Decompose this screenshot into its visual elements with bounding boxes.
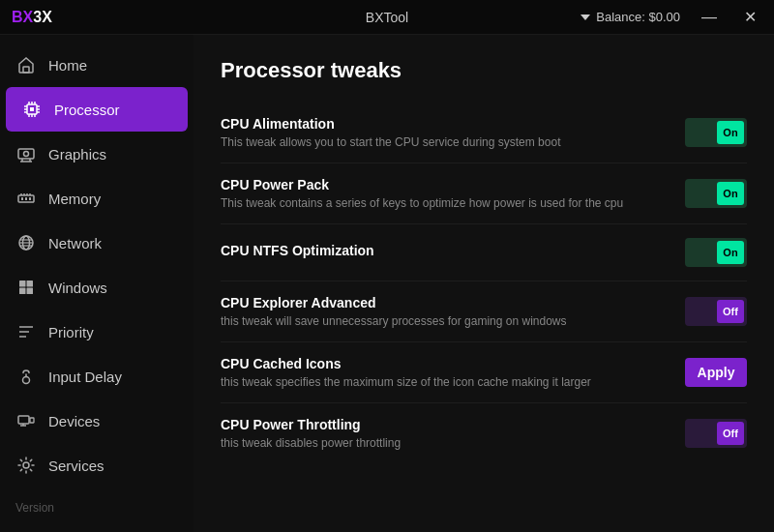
version-label: Version [15,501,54,515]
sidebar-label-priority: Priority [48,324,94,340]
toggle-knob-cpu-ntfs-optimization: On [717,241,744,264]
toggle-cpu-ntfs-optimization[interactable]: On [685,238,747,267]
devices-icon [15,410,37,431]
sidebar-label-processor: Processor [54,102,120,118]
toggle-cpu-power-pack[interactable]: On [685,179,747,208]
windows-icon [15,277,37,298]
tweak-control-cpu-power-throttling: Off [685,419,747,448]
balance-area: Balance: $0.00 [580,10,680,24]
svg-rect-15 [18,149,34,159]
toggle-knob-cpu-power-pack: On [717,182,744,205]
svg-rect-35 [19,288,26,295]
tweak-desc-cpu-power-throttling: this tweak disables power throttling [221,436,666,450]
close-button[interactable]: ✕ [738,6,762,28]
tweak-control-cpu-power-pack: On [685,179,747,208]
sidebar-item-devices[interactable]: Devices [0,399,194,443]
sidebar-item-input-delay[interactable]: Input Delay [0,354,194,399]
memory-icon [15,188,37,209]
sidebar-label-services: Services [48,458,104,474]
title-bar: BX3X BXTool Balance: $0.00 — ✕ [0,0,774,35]
tweak-row-cpu-power-throttling: CPU Power Throttlingthis tweak disables … [221,403,747,463]
tweak-control-cpu-explorer-advanced: Off [685,297,747,326]
main-layout: Home [0,35,774,532]
toggle-knob-cpu-alimentation: On [717,121,744,144]
toggle-knob-cpu-power-throttling: Off [717,422,744,445]
app-logo: BX3X [12,9,52,26]
apply-button-cpu-cached-icons[interactable]: Apply [685,358,747,387]
svg-rect-25 [21,197,23,200]
home-icon [15,54,37,75]
svg-rect-0 [23,67,29,73]
tweak-row-cpu-cached-icons: CPU Cached Iconsthis tweak specifies the… [221,342,747,403]
toggle-cpu-alimentation[interactable]: On [685,118,747,147]
tweak-row-cpu-alimentation: CPU AlimentationThis tweak allows you to… [221,103,747,163]
balance-label: Balance: $0.00 [596,10,680,24]
sidebar-item-memory[interactable]: Memory [0,176,194,221]
tweak-desc-cpu-cached-icons: this tweak specifies the maximum size of… [221,375,666,389]
svg-rect-36 [27,288,34,295]
sidebar-label-graphics: Graphics [48,146,106,163]
tweaks-list: CPU AlimentationThis tweak allows you to… [221,103,747,463]
title-bar-controls: Balance: $0.00 — ✕ [580,6,762,28]
tweak-info-cpu-power-throttling: CPU Power Throttlingthis tweak disables … [221,417,685,450]
tweak-info-cpu-power-pack: CPU Power PackThis tweak contains a seri… [221,177,685,210]
tweak-name-cpu-explorer-advanced: CPU Explorer Advanced [221,295,666,310]
toggle-cpu-explorer-advanced[interactable]: Off [685,297,747,326]
sidebar-item-graphics[interactable]: Graphics [0,132,194,176]
tweak-name-cpu-cached-icons: CPU Cached Icons [221,356,666,371]
svg-rect-27 [29,197,31,200]
sidebar-label-network: Network [48,235,102,251]
toggle-knob-cpu-explorer-advanced: Off [717,300,744,323]
tweak-control-cpu-alimentation: On [685,118,747,147]
sidebar-item-network[interactable]: Network [0,221,194,265]
sidebar-label-windows: Windows [48,280,107,296]
svg-point-40 [23,377,30,384]
content-area: Processor tweaks CPU AlimentationThis tw… [194,35,774,532]
tweak-desc-cpu-power-pack: This tweak contains a series of keys to … [221,196,666,210]
toggle-cpu-power-throttling[interactable]: Off [685,419,747,448]
sidebar-item-services[interactable]: Services [0,443,194,488]
input-delay-icon [15,366,37,387]
sidebar-label-memory: Memory [48,191,101,207]
svg-point-46 [23,462,29,468]
svg-rect-43 [30,418,34,423]
sidebar-item-windows[interactable]: Windows [0,265,194,310]
tweak-control-cpu-cached-icons: Apply [685,358,747,387]
tweak-row-cpu-explorer-advanced: CPU Explorer Advancedthis tweak will sav… [221,281,747,342]
svg-rect-26 [25,197,27,200]
graphics-icon [15,143,37,164]
sidebar-item-processor[interactable]: Processor [6,87,188,132]
sidebar-label-devices: Devices [48,413,100,429]
svg-rect-42 [18,416,29,424]
sidebar-label-input-delay: Input Delay [48,369,122,385]
tweak-info-cpu-ntfs-optimization: CPU NTFS Optimization [221,243,685,262]
svg-rect-34 [27,281,34,287]
page-title: Processor tweaks [221,58,747,83]
tweak-info-cpu-cached-icons: CPU Cached Iconsthis tweak specifies the… [221,356,685,389]
tweak-name-cpu-power-pack: CPU Power Pack [221,177,666,192]
tweak-control-cpu-ntfs-optimization: On [685,238,747,267]
tweak-desc-cpu-explorer-advanced: this tweak will save unnecessary process… [221,314,666,328]
tweak-name-cpu-ntfs-optimization: CPU NTFS Optimization [221,243,666,258]
services-icon [15,455,37,476]
network-icon [15,232,37,253]
sidebar-label-home: Home [48,57,87,74]
processor-icon [21,99,43,120]
tweak-name-cpu-power-throttling: CPU Power Throttling [221,417,666,432]
tweak-desc-cpu-alimentation: This tweak allows you to start the CPU s… [221,135,666,149]
tweak-row-cpu-power-pack: CPU Power PackThis tweak contains a seri… [221,163,747,224]
chevron-down-icon[interactable] [580,15,590,20]
sidebar-footer: Version [0,491,194,524]
app-title: BXTool [366,10,408,25]
sidebar-item-home[interactable]: Home [0,43,194,87]
sidebar-item-priority[interactable]: Priority [0,310,194,354]
tweak-info-cpu-alimentation: CPU AlimentationThis tweak allows you to… [221,116,685,149]
svg-rect-33 [19,281,26,287]
svg-rect-2 [30,107,34,111]
priority-icon [15,321,37,342]
minimize-button[interactable]: — [696,7,723,28]
tweak-name-cpu-alimentation: CPU Alimentation [221,116,666,132]
tweak-row-cpu-ntfs-optimization: CPU NTFS OptimizationOn [221,224,747,281]
sidebar: Home [0,35,194,532]
svg-point-16 [24,152,29,157]
